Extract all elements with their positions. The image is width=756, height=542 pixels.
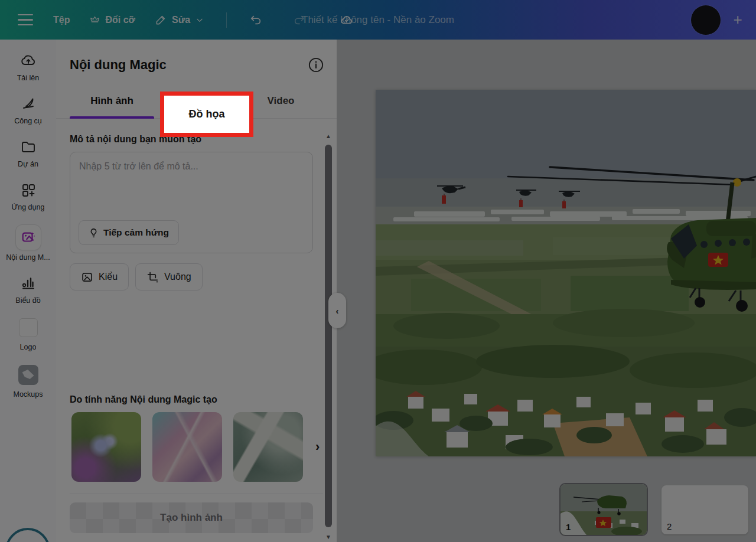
info-circle-icon[interactable]	[308, 57, 324, 73]
scrollbar-thumb[interactable]	[325, 145, 332, 527]
sidebar-item-logo[interactable]: Logo	[0, 318, 56, 351]
document-title[interactable]: Thiết kế không tên - Nền ảo Zoom	[302, 0, 454, 40]
sidebar-item-magic-media[interactable]: Nội dung M...	[0, 225, 56, 262]
aspect-ratio-label: Vuông	[164, 272, 191, 282]
sidebar-item-projects[interactable]: Dự án	[0, 139, 56, 168]
app-ring-icon[interactable]	[5, 528, 50, 542]
crop-square-icon	[146, 271, 159, 283]
topbar: Tệp Đổi cỡ Sửa	[0, 0, 756, 40]
panel-collapse-button[interactable]: ‹	[328, 293, 346, 328]
logo-blank-icon	[19, 318, 38, 337]
undo-button[interactable]	[249, 14, 262, 27]
pencil-icon	[155, 14, 167, 25]
file-menu-button[interactable]: Tệp	[53, 15, 70, 25]
sidebar-item-mockups[interactable]: Mockups	[0, 365, 56, 399]
style-label: Kiểu	[99, 272, 118, 282]
sidebar-label: Ứng dụng	[12, 203, 45, 211]
panel-divider	[70, 494, 323, 494]
add-collaborator-button[interactable]: +	[728, 10, 748, 30]
inspire-me-label: Tiếp cảm hứng	[103, 227, 169, 238]
sample-image-prism[interactable]	[152, 412, 222, 482]
samples-title: Do tính năng Nội dung Magic tạo	[56, 394, 337, 405]
style-button[interactable]: Kiểu	[70, 263, 129, 290]
sidebar-item-apps[interactable]: Ứng dụng	[0, 182, 56, 211]
folder-icon	[20, 139, 37, 155]
magic-media-icon	[21, 230, 36, 245]
edit-label: Sửa	[172, 15, 190, 25]
sample-image-marble[interactable]	[233, 412, 303, 482]
canva-editor: Tệp Đổi cỡ Sửa	[0, 0, 756, 542]
file-menu-label: Tệp	[53, 15, 70, 25]
scroll-up-icon[interactable]: ▲	[325, 133, 332, 139]
topbar-divider	[226, 12, 227, 28]
crown-icon	[90, 15, 100, 25]
page-1-thumbnail[interactable]: 1	[559, 483, 648, 536]
carousel-next-icon[interactable]: ›	[315, 439, 320, 455]
edit-menu-button[interactable]: Sửa	[155, 14, 204, 25]
panel-title: Nội dung Magic	[70, 57, 167, 73]
user-avatar[interactable]	[691, 5, 721, 35]
magic-media-active-tile	[16, 225, 41, 250]
sidebar-label: Công cụ	[14, 117, 42, 125]
prompt-placeholder: Nhập 5 từ trở lên để mô tả...	[79, 161, 198, 172]
highlighted-tab-label: Đồ họa	[189, 108, 225, 120]
sidebar-item-uploads[interactable]: Tải lên	[0, 53, 56, 82]
apps-grid-icon	[20, 182, 37, 198]
sidebar-label: Mockups	[13, 390, 43, 399]
sidebar: Tải lên Công cụ Dự án Ứng dụng	[0, 40, 56, 542]
bar-chart-icon	[20, 275, 37, 292]
collapse-chevron-icon: ‹	[336, 306, 339, 316]
sidebar-label: Logo	[20, 343, 37, 351]
design-tools-icon	[20, 96, 37, 112]
page-2-thumbnail[interactable]: 2	[662, 485, 748, 534]
resize-button[interactable]: Đổi cỡ	[90, 15, 135, 25]
chevron-down-icon	[195, 16, 204, 24]
prompt-textarea[interactable]: Nhập 5 từ trở lên để mô tả... Tiếp cảm h…	[70, 152, 313, 253]
helicopter-scene-thumbnail	[561, 484, 647, 535]
sidebar-label: Tải lên	[17, 74, 40, 82]
samples-carousel: ›	[56, 412, 337, 482]
inspire-me-button[interactable]: Tiếp cảm hứng	[79, 220, 179, 245]
mockups-icon	[18, 365, 38, 385]
sidebar-label: Biểu đồ	[15, 296, 40, 305]
panel-scrollbar: ▲ ▼	[324, 133, 333, 540]
page-number: 2	[667, 521, 672, 531]
page-number: 1	[566, 522, 571, 532]
highlighted-graphics-tab[interactable]: Đồ họa	[160, 92, 253, 137]
canvas-workspace[interactable]: 1 2	[337, 40, 756, 542]
scroll-down-icon[interactable]: ▼	[325, 534, 332, 540]
generate-image-button[interactable]: Tạo hình ảnh	[70, 502, 313, 533]
upload-cloud-icon	[20, 53, 37, 69]
sidebar-item-tools[interactable]: Công cụ	[0, 96, 56, 125]
aspect-ratio-button[interactable]: Vuông	[135, 263, 203, 290]
resize-label: Đổi cỡ	[105, 15, 135, 25]
design-canvas-image[interactable]	[376, 90, 756, 456]
sidebar-item-charts[interactable]: Biểu đồ	[0, 275, 56, 305]
sidebar-label: Nội dung M...	[6, 253, 50, 262]
menu-hamburger-icon[interactable]	[18, 14, 33, 26]
lightbulb-icon	[89, 228, 99, 238]
sample-image-flower[interactable]	[71, 412, 141, 482]
tab-images[interactable]: Hình ảnh	[70, 88, 154, 118]
image-style-icon	[81, 271, 93, 283]
sidebar-label: Dự án	[18, 160, 38, 168]
